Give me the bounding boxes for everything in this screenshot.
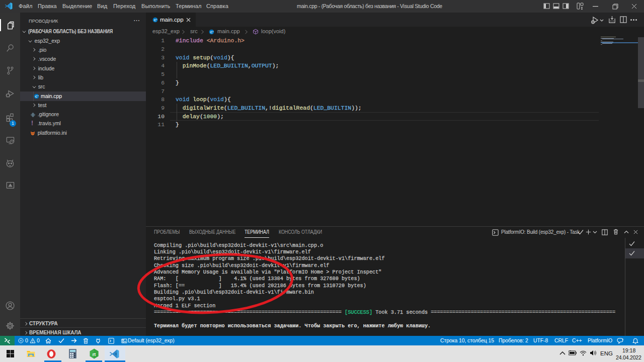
svg-text:rt: rt [93, 352, 96, 357]
